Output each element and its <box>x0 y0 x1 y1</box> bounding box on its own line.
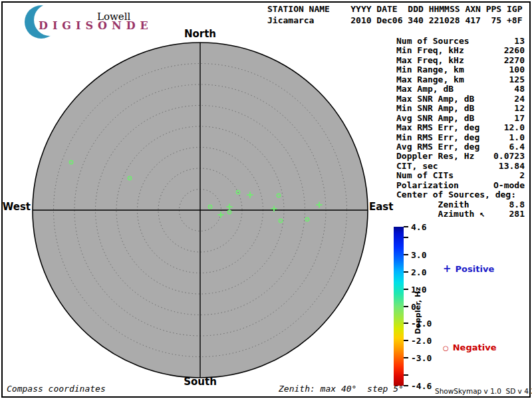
colorbar-tick-label: 2.0 <box>411 267 426 276</box>
coordinates-note: Compass coordinates <box>7 384 106 394</box>
colorbar-tick <box>404 254 408 255</box>
stat-value: 8.8 <box>509 200 525 209</box>
stat-row: Max Range, km125 <box>396 75 525 84</box>
stat-row: Min RMS Err, deg1.0 <box>396 133 525 142</box>
stat-label: Min RMS Err, deg <box>396 133 479 142</box>
stat-label: Doppler Res, Hz <box>396 152 474 161</box>
stats-panel: Num of Sources13Min Freq, kHz2260Max Fre… <box>396 37 525 219</box>
stat-row: Azimuth ↖281 <box>396 209 525 219</box>
stat-row: Avg RMS Err, deg6.4 <box>396 142 525 152</box>
stat-label: Max Freq, kHz <box>396 56 464 65</box>
version-note: ShowSkymap v 1.0 SD v 4.2 <box>435 387 532 395</box>
stat-label: Min Freq, kHz <box>396 46 464 55</box>
stat-row: Num of Sources13 <box>396 37 525 46</box>
stat-row: PolarizationO-mode <box>396 181 525 190</box>
header-table: STATION NAME YYYY DATE DDD HHMMSS AXN PP… <box>267 3 523 26</box>
stat-value: 2 <box>519 171 525 180</box>
stat-row: Max SNR Amp, dB24 <box>396 94 525 104</box>
lowell-digisonde-logo: Lowell DIGISONDE <box>0 0 173 41</box>
stat-label: Zenith <box>396 200 469 209</box>
stat-label: Max Amp, dB <box>396 84 454 94</box>
stat-label: Num of CITs <box>396 171 454 180</box>
stat-label: Azimuth ↖ <box>396 209 485 219</box>
compass-label-west: West <box>0 201 31 213</box>
stat-row: Avg SNR Amp, dB17 <box>396 114 525 123</box>
colorbar-title: Doppler, Hz <box>414 287 422 334</box>
stat-value: 17 <box>514 114 525 123</box>
colorbar-tick-label: 3.0 <box>411 250 426 259</box>
stat-value: 6.4 <box>509 142 525 152</box>
compass-label-east: East <box>369 201 393 213</box>
legend-negative-label: Negative <box>453 342 497 352</box>
compass-label-north: North <box>167 28 233 40</box>
colorbar-tick <box>404 340 408 341</box>
colorbar-tick <box>404 237 408 238</box>
stat-row: Zenith8.8 <box>396 200 525 209</box>
stat-row: CIT, sec13.84 <box>396 162 525 171</box>
circle-marker-icon: ○ <box>443 344 449 352</box>
stat-label: Min SNR Amp, dB <box>396 104 474 113</box>
stat-row: Max RMS Err, deg12.0 <box>396 123 525 132</box>
stat-value: 12 <box>514 104 525 113</box>
colorbar-tick-label: -2.0 <box>411 336 432 345</box>
colorbar-tick <box>404 226 408 227</box>
colorbar-tick-label: -3.0 <box>411 354 432 362</box>
stat-label: Max RMS Err, deg <box>396 123 479 132</box>
stat-label: Polarization <box>396 181 459 190</box>
stat-value: 0.0723 <box>493 152 525 161</box>
legend-negative: ○Negative <box>443 342 496 352</box>
stat-label: Max SNR Amp, dB <box>396 94 474 104</box>
stat-row: Min SNR Amp, dB12 <box>396 104 525 113</box>
stat-value: 281 <box>509 209 525 219</box>
header-columns: STATION NAME YYYY DATE DDD HHMMSS AXN PP… <box>267 3 523 15</box>
colorbar-tick <box>404 323 408 324</box>
stat-label: Min Range, km <box>396 65 464 74</box>
legend-positive-label: Positive <box>456 264 495 274</box>
stat-value: 48 <box>514 84 525 94</box>
stat-label: Num of Sources <box>396 37 469 46</box>
stat-value: 24 <box>514 94 525 104</box>
colorbar-tick <box>404 289 408 290</box>
stat-row: Min Freq, kHz2260 <box>396 46 525 55</box>
stat-value: 2270 <box>504 56 525 65</box>
colorbar-tick <box>404 271 408 273</box>
stat-label: Avg SNR Amp, dB <box>396 114 474 123</box>
stat-label: Center of Sources, deg: <box>396 190 516 200</box>
stat-value: 1.0 <box>509 133 525 142</box>
stat-value: 2260 <box>504 46 525 55</box>
colorbar-tick <box>404 306 408 307</box>
stat-label: Max Range, km <box>396 75 464 84</box>
compass-label-south: South <box>167 376 233 388</box>
stat-row: Num of CITs2 <box>396 171 525 180</box>
stat-row: Min Range, km100 <box>396 65 525 74</box>
logo-product: DIGISONDE <box>39 19 153 32</box>
stat-value: 12.0 <box>504 123 525 132</box>
stat-value: O-mode <box>493 181 525 190</box>
stat-value: 13.84 <box>499 162 525 171</box>
header-values: Jicamarca 2010 Dec06 340 221028 417 75 +… <box>267 15 523 26</box>
colorbar-tick <box>404 374 408 376</box>
zenith-range-note: Zenith: max 40° step 5° <box>279 384 404 394</box>
stat-row: Max Freq, kHz2270 <box>396 56 525 65</box>
stat-value: 100 <box>509 65 525 74</box>
stat-label: Avg RMS Err, deg <box>396 142 479 152</box>
stat-label: CIT, sec <box>396 162 438 171</box>
stat-row: Center of Sources, deg: <box>396 190 525 200</box>
legend-positive: +Positive <box>443 263 494 275</box>
colorbar-tick <box>404 385 408 386</box>
stat-row: Doppler Res, Hz0.0723 <box>396 152 525 161</box>
colorbar-tick-label: 4.6 <box>411 223 426 231</box>
stat-row: Max Amp, dB48 <box>396 84 525 94</box>
colorbar-tick-label: -4.6 <box>411 382 432 390</box>
plus-marker-icon: + <box>443 263 452 275</box>
stat-value: 13 <box>514 37 525 46</box>
stat-value: 125 <box>509 75 525 84</box>
colorbar-tick <box>404 357 408 358</box>
